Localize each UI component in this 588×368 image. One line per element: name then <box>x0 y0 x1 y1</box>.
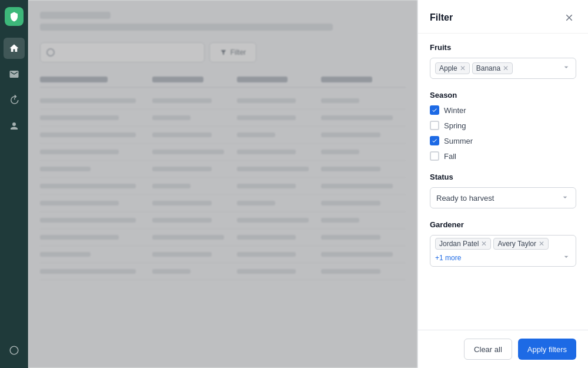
banana-tag-remove[interactable]: ✕ <box>503 65 509 72</box>
season-label: Season <box>430 91 576 100</box>
gardener-chevron <box>562 252 571 264</box>
banana-tag-label: Banana <box>476 64 500 72</box>
spring-label: Spring <box>444 121 466 130</box>
sidebar-item-home[interactable] <box>4 38 25 59</box>
apple-tag-label: Apple <box>439 64 457 72</box>
jordan-patel-tag: Jordan Patel ✕ <box>435 238 491 250</box>
avery-taylor-tag-label: Avery Taylor <box>497 240 536 248</box>
summer-checkbox[interactable] <box>430 136 439 145</box>
fall-checkbox[interactable] <box>430 151 439 161</box>
status-chevron <box>560 193 570 204</box>
filter-footer: Clear all Apply filters <box>418 330 588 368</box>
main-content-area: Filter <box>28 0 588 368</box>
status-selected-value: Ready to harvest <box>436 194 494 203</box>
jordan-patel-tag-label: Jordan Patel <box>439 240 479 248</box>
season-spring-item[interactable]: Spring <box>430 121 576 130</box>
avery-taylor-tag-remove[interactable]: ✕ <box>539 240 544 247</box>
winter-checkbox[interactable] <box>430 105 439 115</box>
sidebar <box>0 0 28 368</box>
filter-title: Filter <box>430 12 453 23</box>
fruits-section: Fruits Apple ✕ Banana ✕ <box>430 43 576 79</box>
jordan-patel-tag-remove[interactable]: ✕ <box>481 240 487 247</box>
gardener-more-tag[interactable]: +1 more <box>435 254 461 262</box>
status-label: Status <box>430 173 576 181</box>
apple-tag-remove[interactable]: ✕ <box>460 65 466 72</box>
sidebar-item-history[interactable] <box>4 89 25 111</box>
banana-tag: Banana ✕ <box>472 62 513 74</box>
gardener-label: Gardener <box>430 220 576 229</box>
status-select[interactable]: Ready to harvest <box>430 187 576 208</box>
fall-label: Fall <box>444 152 456 161</box>
summer-label: Summer <box>444 137 473 145</box>
sidebar-item-other[interactable] <box>4 340 25 361</box>
app-logo <box>5 7 24 26</box>
avery-taylor-tag: Avery Taylor ✕ <box>493 238 549 250</box>
sidebar-item-users[interactable] <box>4 115 25 137</box>
close-button[interactable] <box>562 11 576 25</box>
sidebar-item-messages[interactable] <box>4 64 25 85</box>
gardener-multiselect[interactable]: Jordan Patel ✕ Avery Taylor ✕ +1 more <box>430 235 576 267</box>
filter-panel: Filter Fruits Apple ✕ Banana <box>417 0 588 368</box>
apple-tag: Apple ✕ <box>435 62 470 74</box>
season-summer-item[interactable]: Summer <box>430 136 576 145</box>
season-fall-item[interactable]: Fall <box>430 151 576 161</box>
fruits-chevron <box>562 62 571 74</box>
season-section: Season Winter Spring <box>430 91 576 161</box>
spring-checkbox[interactable] <box>430 121 439 130</box>
season-winter-item[interactable]: Winter <box>430 105 576 115</box>
clear-button[interactable]: Clear all <box>464 339 512 360</box>
filter-header: Filter <box>418 0 588 34</box>
gardener-section: Gardener Jordan Patel ✕ Avery Taylor ✕ +… <box>430 220 576 267</box>
status-section: Status Ready to harvest <box>430 173 576 208</box>
winter-label: Winter <box>444 106 466 115</box>
main-content: Filter <box>28 0 417 368</box>
filter-body: Fruits Apple ✕ Banana ✕ <box>418 34 588 330</box>
fruits-label: Fruits <box>430 43 576 52</box>
fruits-multiselect[interactable]: Apple ✕ Banana ✕ <box>430 58 576 79</box>
apply-button[interactable]: Apply filters <box>518 339 576 360</box>
